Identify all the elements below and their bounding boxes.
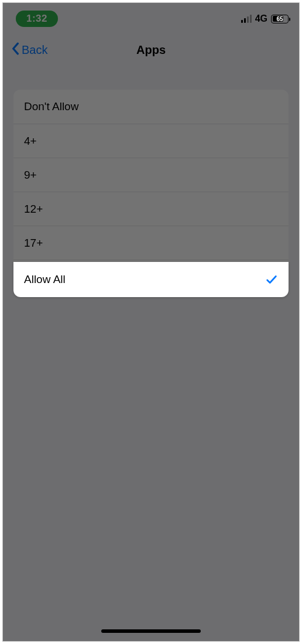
- option-label: 12+: [24, 203, 43, 216]
- chevron-left-icon: [11, 42, 19, 58]
- option-label: 17+: [24, 237, 43, 250]
- nav-bar: Back Apps: [3, 35, 299, 65]
- status-time-pill: 1:32: [16, 11, 58, 27]
- option-label: 9+: [24, 169, 37, 182]
- status-bar: 1:32 4G 65: [3, 3, 299, 35]
- status-right-cluster: 4G 65: [241, 13, 289, 24]
- checkmark-icon: [265, 273, 278, 286]
- back-button[interactable]: Back: [11, 42, 47, 58]
- network-type: 4G: [255, 13, 267, 24]
- home-indicator: [101, 629, 201, 633]
- option-label: 4+: [24, 135, 37, 148]
- option-12-plus[interactable]: 12+: [13, 192, 289, 226]
- option-label: Don't Allow: [24, 100, 78, 113]
- back-label: Back: [22, 43, 47, 57]
- battery-level: 65: [276, 16, 283, 22]
- option-allow-all-highlight[interactable]: Allow All: [13, 262, 289, 297]
- option-9-plus[interactable]: 9+: [13, 158, 289, 192]
- option-label: Allow All: [24, 273, 66, 286]
- battery-icon: 65: [271, 15, 289, 23]
- option-17-plus[interactable]: 17+: [13, 226, 289, 260]
- option-4-plus[interactable]: 4+: [13, 124, 289, 158]
- option-dont-allow[interactable]: Don't Allow: [13, 90, 289, 124]
- cellular-signal-icon: [241, 15, 252, 23]
